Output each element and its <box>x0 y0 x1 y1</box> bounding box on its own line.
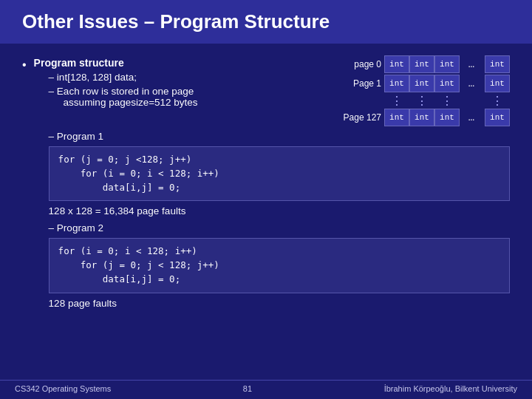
sub-item-1: – int[128, 128] data; <box>49 72 198 83</box>
ps-title: Program structure <box>34 57 198 69</box>
cell-p1-2: int <box>434 75 460 92</box>
slide-title: Other Issues – Program Structure <box>22 10 510 33</box>
sub-item-4: – Program 2 <box>49 222 510 233</box>
title-bar: Other Issues – Program Structure <box>0 0 532 44</box>
cell-p127-2: int <box>434 109 460 126</box>
cell-p1-1: int <box>409 75 434 92</box>
bullet-content: Program structure – int[128, 128] data; … <box>34 57 510 315</box>
vdots-last: ⋮ <box>485 94 510 108</box>
content-area: • Program structure – int[128, 128] data… <box>0 57 532 315</box>
bullet-section: • Program structure – int[128, 128] data… <box>22 57 510 315</box>
prog1-code: for (j = 0; j <128; j++) for (i = 0; i <… <box>49 146 510 201</box>
cell-p127-0: int <box>384 109 409 126</box>
cell-p1-last: int <box>485 75 510 92</box>
slide: Other Issues – Program Structure • Progr… <box>0 0 532 399</box>
sub-item-2: – Each row is stored in one page assumin… <box>49 86 198 108</box>
page127-label: Page 127 <box>343 112 381 123</box>
cell-p1-dots: … <box>460 75 485 92</box>
page1-label: Page 1 <box>343 78 381 89</box>
cell-p0-dots: … <box>460 55 485 73</box>
prog2-code: for (i = 0; i < 128; i++) for (j = 0; j … <box>49 238 510 293</box>
footer-left: CS342 Operating Systems <box>15 384 111 393</box>
cell-p0-1: int <box>409 55 434 73</box>
cell-p127-dots: … <box>460 109 485 126</box>
cell-p127-1: int <box>409 109 434 126</box>
cell-p127-last: int <box>485 109 510 126</box>
vdots-0: ⋮ <box>384 94 409 108</box>
footer: CS342 Operating Systems 81 İbrahim Körpe… <box>0 380 532 393</box>
footer-right: İbrahim Körpeoğlu, Bilkent University <box>384 384 517 393</box>
cell-p0-last: int <box>485 55 510 73</box>
bullet-symbol: • <box>22 58 27 72</box>
footer-center: 81 <box>243 384 252 393</box>
vdots-2: ⋮ <box>434 94 460 108</box>
program-structure-label: Program structure – int[128, 128] data; … <box>34 57 198 111</box>
memory-grid: page 0 int int int … int Page 1 int int <box>343 55 510 126</box>
page0-label: page 0 <box>343 59 381 69</box>
vdots-1: ⋮ <box>409 94 434 108</box>
faults1: 128 x 128 = 16,384 page faults <box>49 205 510 216</box>
cell-p1-0: int <box>384 75 409 92</box>
faults2: 128 page faults <box>49 298 510 309</box>
cell-p0-0: int <box>384 55 409 73</box>
cell-p0-2: int <box>434 55 460 73</box>
sub-item-3: – Program 1 <box>49 131 510 142</box>
